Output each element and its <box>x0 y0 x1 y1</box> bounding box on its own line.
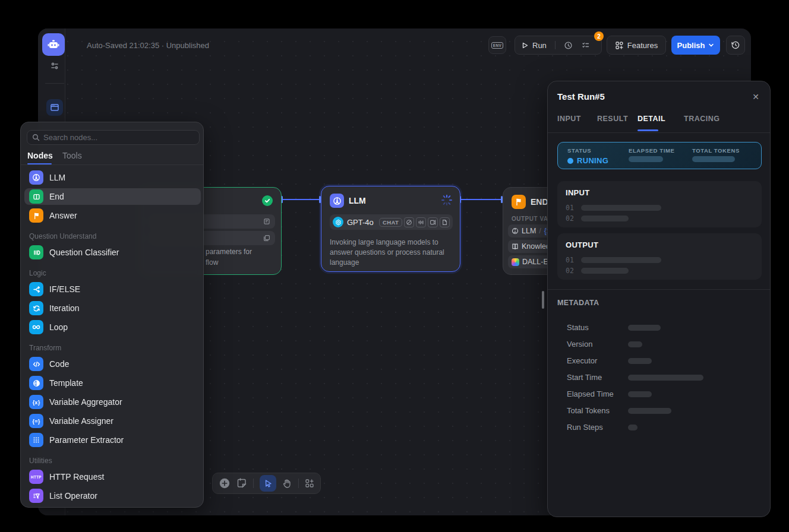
skeleton-loader <box>628 408 671 414</box>
chevron-down-icon <box>708 42 714 48</box>
node-item-question-classifier[interactable]: Question Classifier <box>24 244 201 261</box>
end-icon <box>29 189 43 204</box>
variable-assigner-icon: {=} <box>29 414 43 428</box>
chat-mode-badge: CHAT <box>379 218 402 227</box>
answer-icon <box>29 208 43 223</box>
tab-nodes[interactable]: Nodes <box>27 151 53 160</box>
status-label: STATUS <box>567 147 608 154</box>
sidebar-divider <box>45 83 64 84</box>
play-icon[interactable] <box>521 42 529 49</box>
group-question-understand: Question Understand <box>29 232 96 240</box>
add-node-button[interactable] <box>219 477 231 489</box>
run-button[interactable]: Run <box>532 41 547 50</box>
skeleton-loader <box>581 216 629 221</box>
toolbar-divider <box>253 479 254 488</box>
node-item-llm[interactable]: LLM <box>24 169 201 186</box>
node-item-template[interactable]: Template <box>24 375 201 391</box>
iteration-icon <box>29 301 43 315</box>
notification-badge: 2 <box>594 31 604 41</box>
add-note-button[interactable] <box>236 478 247 489</box>
input-section-title: INPUT <box>566 188 590 197</box>
line-number: 02 <box>566 267 574 275</box>
llm-node[interactable]: LLM GPT-4o CHAT <box>321 186 460 272</box>
features-label: Features <box>627 41 658 50</box>
node-item-http-request[interactable]: HTTP HTTP Request <box>24 468 201 485</box>
variable-aggregator-icon: {x} <box>29 395 43 409</box>
loop-icon <box>29 320 43 334</box>
dalle-icon <box>512 258 519 266</box>
node-item-variable-aggregator[interactable]: {x} Variable Aggregator <box>24 394 201 410</box>
env-variables-button[interactable]: ENV <box>488 36 506 54</box>
text-field-icon <box>263 218 270 225</box>
node-item-loop[interactable]: Loop <box>24 319 201 335</box>
output-var-source: LLM <box>522 227 536 235</box>
features-button[interactable]: Features <box>607 36 666 55</box>
pointer-tool-button[interactable] <box>260 475 276 492</box>
meta-label: Elapsed Time <box>567 390 628 398</box>
path-separator: / <box>539 227 541 235</box>
group-transform: Transform <box>29 344 61 352</box>
llm-icon <box>330 194 344 208</box>
group-logic: Logic <box>29 269 46 277</box>
elapsed-time-label: ELAPSED TIME <box>629 147 674 154</box>
skeleton-loader <box>628 425 637 430</box>
version-history-button[interactable] <box>726 36 745 55</box>
publish-button[interactable]: Publish <box>671 36 720 55</box>
features-icon <box>615 41 624 50</box>
search-nodes-input[interactable] <box>43 133 194 142</box>
node-item-code[interactable]: Code <box>24 356 201 372</box>
skeleton-loader <box>628 391 652 397</box>
node-item-list-operator[interactable]: List Operator <box>24 487 201 504</box>
search-icon <box>32 134 40 141</box>
node-item-answer[interactable]: Answer <box>24 207 201 224</box>
run-button-group: Run <box>515 36 602 55</box>
active-tab-underline <box>637 129 658 131</box>
close-icon[interactable]: ✕ <box>750 91 762 103</box>
vision-capability-icon <box>404 217 414 227</box>
line-number: 02 <box>566 214 574 223</box>
code-icon <box>29 357 43 371</box>
hand-tool-button[interactable] <box>282 479 292 489</box>
tab-result[interactable]: RESULT <box>597 115 628 123</box>
list-operator-icon <box>29 489 43 503</box>
app-logo[interactable] <box>42 33 65 56</box>
search-box[interactable] <box>27 130 200 145</box>
autosave-status: Auto-Saved 21:02:35 · Unpublished <box>87 41 209 50</box>
question-classifier-icon <box>29 245 43 259</box>
workflow-settings-button[interactable] <box>50 61 59 71</box>
output-var-source: DALL-E <box>522 258 548 266</box>
llm-node-description: Invoking large language models to answer… <box>330 238 453 268</box>
checklist-icon[interactable] <box>581 41 590 50</box>
llm-icon <box>29 170 43 185</box>
node-item-parameter-extractor[interactable]: Parameter Extractor <box>24 432 201 448</box>
organize-nodes-button[interactable] <box>305 479 314 488</box>
llm-var-icon <box>512 227 519 235</box>
skeleton-loader <box>581 205 661 211</box>
running-spinner-icon <box>441 194 453 208</box>
model-name: GPT-4o <box>347 218 374 227</box>
meta-label: Status <box>567 323 628 332</box>
panel-resize-handle[interactable] <box>542 291 544 309</box>
paragraph-field-icon <box>263 235 270 242</box>
metadata-section-title: METADATA <box>557 299 599 307</box>
preview-panel-button[interactable] <box>46 99 63 116</box>
node-item-if-else[interactable]: IF/ELSE <box>24 281 201 297</box>
panel-title: Test Run#5 <box>557 91 605 102</box>
panel-divider <box>548 132 770 133</box>
node-item-iteration[interactable]: Iteration <box>24 300 201 316</box>
output-var-source: Knowled <box>522 242 550 251</box>
meta-label: Version <box>567 340 628 349</box>
group-utilities: Utilities <box>29 457 52 465</box>
run-history-clock-icon[interactable] <box>564 41 573 50</box>
node-item-variable-assigner[interactable]: {=} Variable Assigner <box>24 413 201 429</box>
tab-tools[interactable]: Tools <box>62 151 82 160</box>
tab-tracing[interactable]: TRACING <box>684 115 719 123</box>
skeleton-loader <box>581 268 629 274</box>
skeleton-loader <box>628 375 703 381</box>
parameter-extractor-icon <box>29 433 43 447</box>
tab-detail[interactable]: DETAIL <box>637 115 665 123</box>
node-item-end[interactable]: End <box>24 188 201 205</box>
tab-input[interactable]: INPUT <box>557 115 581 123</box>
http-request-icon: HTTP <box>29 470 43 484</box>
model-selector[interactable]: GPT-4o CHAT <box>330 214 453 230</box>
